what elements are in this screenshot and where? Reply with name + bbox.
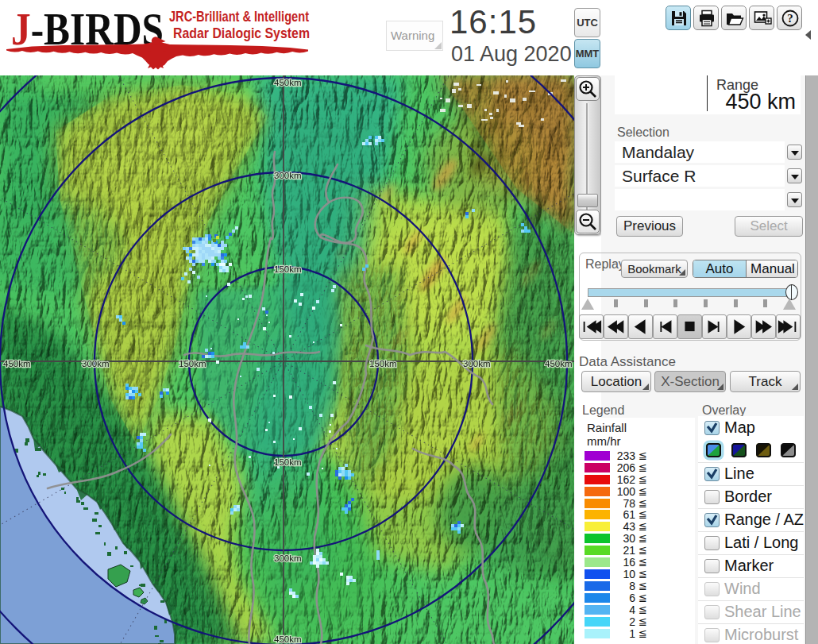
svg-text:150km: 150km <box>369 359 397 368</box>
svg-text:300km: 300km <box>274 171 302 180</box>
svg-text:300km: 300km <box>463 359 491 368</box>
svg-text:150km: 150km <box>274 264 302 274</box>
svg-text:450km: 450km <box>274 634 302 644</box>
svg-text:150km: 150km <box>179 359 206 368</box>
svg-text:?: ? <box>787 12 793 25</box>
svg-text:450km: 450km <box>3 359 31 368</box>
svg-text:450km: 450km <box>274 78 302 87</box>
svg-text:150km: 150km <box>274 457 302 467</box>
svg-text:300km: 300km <box>274 553 302 563</box>
svg-text:JRC-Brilliant & Intelligent: JRC-Brilliant & Intelligent <box>169 8 310 25</box>
svg-text:300km: 300km <box>82 359 110 368</box>
svg-text:Radar Dialogic System: Radar Dialogic System <box>173 25 310 41</box>
svg-text:450km: 450km <box>545 359 573 368</box>
